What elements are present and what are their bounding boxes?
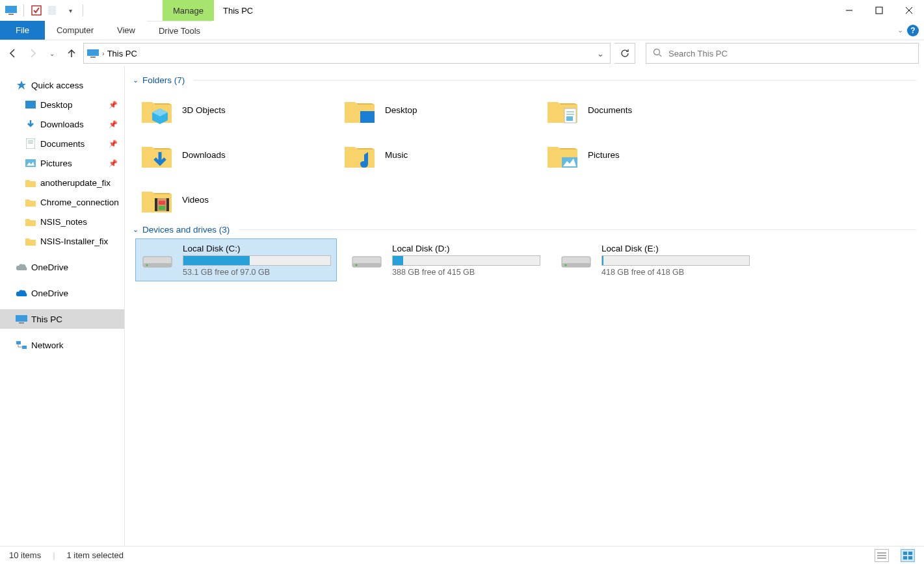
refresh-button[interactable]: [614, 43, 635, 64]
search-box[interactable]: [646, 43, 919, 64]
folder-item[interactable]: Downloads: [135, 134, 330, 176]
group-header-folders[interactable]: ⌄ Folders (7): [125, 73, 924, 88]
drive-icon: [560, 247, 592, 273]
address-bar[interactable]: › This PC ⌄: [83, 43, 611, 64]
svg-rect-50: [908, 552, 912, 555]
folder-item[interactable]: Music: [338, 134, 533, 176]
status-item-count: 10 items: [9, 550, 41, 560]
drive-icon: [350, 247, 383, 273]
sidebar-label: NSIS_notes: [40, 217, 87, 227]
separator: [23, 5, 24, 16]
drive-item[interactable]: Local Disk (D:)388 GB free of 415 GB: [345, 238, 546, 281]
onedrive-icon: [16, 261, 27, 273]
sidebar-item-desktop[interactable]: Desktop 📌: [0, 95, 124, 114]
sidebar-item-folder[interactable]: anotherupdate_fix: [0, 173, 124, 192]
sidebar-label: NSIS-Installer_fix: [40, 237, 108, 246]
tab-file[interactable]: File: [0, 21, 45, 40]
minimize-button[interactable]: [834, 0, 864, 21]
close-button[interactable]: [894, 0, 924, 21]
folder-item[interactable]: Desktop: [338, 89, 533, 131]
svg-marker-12: [17, 81, 26, 90]
address-text[interactable]: This PC: [107, 49, 590, 58]
content-pane: ⌄ Folders (7) 3D ObjectsDesktopDocuments…: [125, 66, 924, 546]
sidebar-item-folder[interactable]: NSIS-Installer_fix: [0, 231, 124, 251]
recent-locations-button[interactable]: ⌄: [44, 45, 60, 61]
folder-item[interactable]: Pictures: [541, 134, 736, 176]
sidebar-item-downloads[interactable]: Downloads 📌: [0, 114, 124, 134]
view-tiles-button[interactable]: [901, 549, 915, 562]
search-input[interactable]: [668, 49, 912, 58]
forward-button[interactable]: [25, 45, 40, 61]
search-icon: [653, 48, 662, 59]
svg-rect-3: [48, 6, 56, 15]
drive-icon: [141, 247, 174, 273]
sidebar-item-folder[interactable]: NSIS_notes: [0, 212, 124, 231]
folder-icon: [140, 184, 173, 216]
quick-access-toolbar: ▾: [0, 0, 90, 21]
svg-rect-0: [5, 6, 17, 13]
navigation-pane: Quick access Desktop 📌 Downloads 📌 Docum…: [0, 66, 125, 546]
address-dropdown-icon[interactable]: ⌄: [593, 49, 607, 58]
folder-item[interactable]: Videos: [135, 179, 330, 221]
maximize-button[interactable]: [864, 0, 894, 21]
sidebar-this-pc[interactable]: This PC: [0, 309, 124, 329]
quick-access-icon: [16, 79, 27, 91]
tab-computer[interactable]: Computer: [45, 21, 105, 40]
drive-capacity-bar: [183, 255, 331, 266]
drive-item[interactable]: Local Disk (C:)53.1 GB free of 97.0 GB: [135, 238, 337, 281]
properties-icon[interactable]: [29, 3, 44, 18]
view-details-button[interactable]: [875, 549, 889, 562]
folder-item[interactable]: Documents: [541, 89, 736, 131]
folder-label: Videos: [182, 195, 209, 205]
pc-icon: [16, 313, 27, 325]
svg-rect-36: [159, 206, 165, 210]
svg-point-39: [146, 264, 148, 266]
svg-rect-49: [903, 552, 907, 555]
sidebar-item-pictures[interactable]: Pictures 📌: [0, 153, 124, 173]
sidebar-label: OneDrive: [31, 263, 68, 272]
context-tab-manage[interactable]: Manage: [163, 0, 214, 21]
spacer: [262, 0, 834, 21]
svg-point-45: [565, 264, 567, 266]
drives-grid: Local Disk (C:)53.1 GB free of 97.0 GBLo…: [125, 237, 924, 283]
folders-grid: 3D ObjectsDesktopDocumentsDownloadsMusic…: [125, 88, 924, 222]
group-header-drives[interactable]: ⌄ Devices and drives (3): [125, 222, 924, 237]
tab-drive-tools[interactable]: Drive Tools: [147, 21, 212, 40]
sidebar-quick-access[interactable]: Quick access: [0, 75, 124, 95]
downloads-icon: [25, 118, 36, 130]
pin-icon: 📌: [109, 159, 118, 168]
up-button[interactable]: [64, 45, 79, 61]
tab-view[interactable]: View: [105, 21, 147, 40]
ribbon-expand-icon[interactable]: ⌄: [897, 26, 903, 34]
drive-name: Local Disk (E:): [601, 244, 750, 253]
chevron-down-icon: ⌄: [133, 76, 139, 84]
folder-icon: [25, 196, 36, 208]
pictures-icon: [25, 157, 36, 169]
svg-rect-5: [876, 7, 882, 14]
drive-capacity-bar: [392, 255, 540, 266]
breadcrumb-separator-icon[interactable]: ›: [102, 49, 105, 57]
chevron-down-icon: ⌄: [133, 225, 139, 234]
help-button[interactable]: ?: [907, 25, 919, 36]
svg-rect-51: [903, 556, 907, 559]
folder-icon: [25, 216, 36, 227]
sidebar-network[interactable]: Network: [0, 335, 124, 355]
new-folder-icon[interactable]: [46, 3, 60, 18]
svg-rect-19: [16, 315, 27, 322]
sidebar-onedrive[interactable]: OneDrive: [0, 283, 124, 303]
sidebar-label: Documents: [40, 139, 85, 149]
folder-icon: [343, 94, 376, 127]
drive-free-text: 388 GB free of 415 GB: [392, 268, 540, 277]
drive-item[interactable]: Local Disk (E:)418 GB free of 418 GB: [554, 238, 756, 281]
sidebar-item-documents[interactable]: Documents 📌: [0, 134, 124, 153]
sidebar-item-folder[interactable]: Chrome_connection: [0, 192, 124, 212]
qat-dropdown-icon[interactable]: ▾: [63, 3, 77, 18]
status-bar: 10 items | 1 item selected: [0, 546, 924, 564]
sidebar-label: anotherupdate_fix: [40, 178, 111, 188]
svg-rect-9: [90, 57, 96, 58]
sidebar-onedrive[interactable]: OneDrive: [0, 257, 124, 277]
folder-item[interactable]: 3D Objects: [135, 89, 330, 131]
svg-rect-35: [159, 201, 165, 205]
folder-icon: [546, 94, 579, 127]
back-button[interactable]: [5, 45, 21, 61]
